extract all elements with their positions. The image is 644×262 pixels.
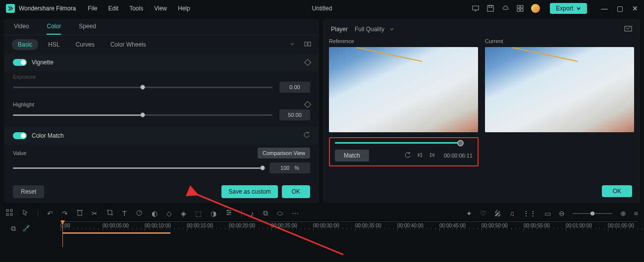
keyframe-icon[interactable] (304, 101, 311, 108)
timeline: ↶ ↷ ✂ T ◐ ◇ ◈ ⬚ ◑ ♪ ⧉ ⬭ ⋯ ✦ ♡ 🎤︎ ♫ ⋮⋮ ▭ … (0, 205, 644, 261)
zoom-in-icon[interactable]: ⊕ (620, 210, 626, 217)
match-progress-slider[interactable] (335, 142, 462, 144)
track-lock-icon[interactable]: ⧉ (11, 224, 16, 233)
quality-dropdown[interactable]: Full Quality (355, 26, 394, 33)
timeline-ruler[interactable]: 0:0000:00:05:0000:00:10:0000:00:15:0000:… (60, 221, 638, 251)
menu-edit[interactable]: Edit (108, 5, 119, 12)
svg-point-24 (227, 210, 228, 211)
undo-icon[interactable] (404, 152, 411, 160)
cut-icon[interactable]: ✂ (92, 210, 98, 217)
tab-color[interactable]: Color (47, 23, 61, 35)
zoom-out-icon[interactable]: ⊖ (559, 210, 565, 217)
reference-caption: Reference (329, 38, 478, 44)
menu-tools[interactable]: Tools (129, 5, 143, 12)
user-avatar[interactable] (531, 4, 540, 13)
mask-icon[interactable]: ◇ (166, 210, 172, 217)
audio-icon[interactable]: ♪ (251, 210, 254, 217)
monitor-icon[interactable] (472, 4, 480, 12)
player-ok-button[interactable]: OK (602, 185, 632, 197)
export-button[interactable]: Export (550, 3, 587, 14)
delete-icon[interactable] (77, 209, 83, 217)
magnet-icon[interactable]: ⋮⋮ (523, 210, 537, 217)
frame-icon[interactable]: ▭ (544, 210, 551, 217)
exposure-value[interactable]: 0.00 (279, 82, 310, 93)
keyframe-icon[interactable] (304, 59, 311, 66)
document-title: Untitled (312, 5, 332, 12)
list-icon[interactable]: ≡ (634, 210, 638, 217)
keyframe-tool-icon[interactable]: ◈ (181, 210, 186, 217)
ok-button[interactable]: OK (282, 185, 310, 198)
marker-icon[interactable]: ⬚ (195, 210, 202, 217)
speed-icon[interactable] (136, 209, 143, 217)
menu-help[interactable]: Help (178, 5, 190, 12)
close-button[interactable]: ✕ (632, 4, 638, 12)
crop-icon[interactable] (107, 209, 113, 217)
tab-speed[interactable]: Speed (79, 23, 96, 35)
value-slider[interactable] (13, 167, 263, 169)
save-icon[interactable] (486, 4, 494, 12)
color-match-label: Color Match (32, 132, 303, 139)
subtab-basic[interactable]: Basic (12, 39, 38, 50)
effects-icon[interactable]: ◑ (211, 210, 216, 217)
reference-preview (329, 47, 478, 132)
cloud-icon[interactable] (501, 4, 509, 12)
highlight-value[interactable]: 50.00 (279, 109, 310, 120)
player-panel: Player Full Quality Reference Current Ma… (323, 19, 640, 203)
main-menu: File Edit Tools View Help (88, 5, 190, 12)
value-value[interactable]: 100 % (269, 162, 310, 173)
current-caption: Current (485, 38, 634, 44)
grid-icon[interactable] (516, 4, 524, 12)
cursor-tool-icon[interactable] (22, 209, 29, 217)
snapshot-icon[interactable] (624, 25, 632, 33)
playhead[interactable] (62, 221, 63, 247)
exposure-slider[interactable] (13, 87, 272, 88)
app-logo (6, 4, 15, 13)
color-match-toggle[interactable] (13, 132, 27, 139)
save-as-custom-button[interactable]: Save as custom (221, 185, 277, 198)
color-icon[interactable]: ◐ (152, 210, 158, 217)
svg-line-20 (139, 211, 141, 213)
title-bar: Wondershare Filmora File Edit Tools View… (0, 0, 644, 17)
shield-icon[interactable]: ♡ (480, 210, 486, 217)
app-name: Wondershare Filmora (19, 5, 76, 12)
color-subtabs: Basic HSL Curves Color Wheels (4, 35, 319, 54)
reset-button[interactable]: Reset (13, 185, 44, 198)
highlight-slider[interactable] (13, 114, 272, 116)
menu-view[interactable]: View (154, 5, 167, 12)
sparkle-icon[interactable]: ✦ (466, 210, 472, 217)
text-tool-icon[interactable]: T (122, 210, 127, 217)
compare-icon[interactable] (304, 41, 311, 49)
match-button[interactable]: Match (335, 150, 369, 161)
color-match-section: Color Match (4, 126, 319, 145)
subtab-hsl[interactable]: HSL (42, 39, 65, 50)
mic-icon[interactable]: 🎤︎ (494, 210, 501, 217)
subtab-curves[interactable]: Curves (70, 39, 101, 50)
vignette-toggle[interactable] (13, 59, 27, 66)
chevron-down-icon[interactable] (289, 41, 295, 49)
record-icon[interactable]: ⬭ (277, 209, 283, 217)
menu-file[interactable]: File (88, 5, 97, 12)
minimize-button[interactable]: — (601, 4, 608, 12)
music-icon[interactable]: ♫ (509, 210, 515, 217)
subtab-color-wheels[interactable]: Color Wheels (105, 39, 152, 50)
match-controls-box: Match 00:00:06:11 (329, 137, 479, 166)
link-icon[interactable]: 🔗︎ (23, 224, 30, 232)
more-icon[interactable]: ⋯ (292, 210, 299, 217)
svg-rect-5 (521, 5, 523, 8)
redo-icon[interactable]: ↷ (62, 210, 68, 217)
tab-video[interactable]: Video (14, 23, 29, 35)
step-forward-icon[interactable] (429, 152, 435, 159)
export-label: Export (556, 5, 573, 12)
maximize-button[interactable]: ▢ (617, 4, 623, 12)
select-tool-icon[interactable] (6, 209, 13, 217)
comparison-view-button[interactable]: Comparison View (258, 148, 310, 158)
undo-icon[interactable]: ↶ (47, 210, 53, 217)
group-icon[interactable]: ⧉ (263, 209, 268, 217)
timecode: 00:00:06:11 (444, 153, 473, 158)
reset-icon[interactable] (303, 131, 310, 140)
step-back-icon[interactable] (417, 152, 423, 159)
clip-bar[interactable] (62, 232, 170, 234)
svg-rect-16 (10, 213, 12, 215)
adjust-icon[interactable] (225, 209, 232, 217)
zoom-slider[interactable] (573, 213, 612, 214)
